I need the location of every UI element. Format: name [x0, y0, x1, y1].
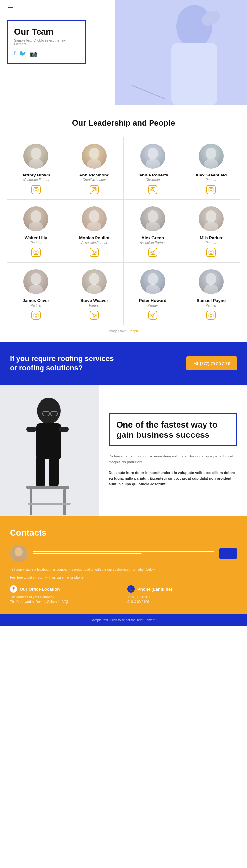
contacts-info-row: 📍 Our Office Location The address of you… [10, 585, 237, 604]
about-content: One of the fastest way to gain business … [99, 384, 247, 516]
instagram-button[interactable] [31, 185, 40, 194]
svg-point-43 [147, 210, 158, 222]
contacts-location-line2: The Courtyard at Dent 1, Colorado, VQL [10, 599, 119, 604]
team-card: Monica PouliotAssociate Partner [65, 200, 124, 262]
svg-rect-80 [36, 423, 61, 460]
member-role: Chairman [145, 178, 160, 182]
svg-point-65 [95, 314, 95, 314]
team-avatar [23, 144, 48, 168]
member-name: Samuel Payne [197, 298, 226, 303]
svg-point-47 [154, 251, 154, 251]
menu-icon[interactable]: ☰ [7, 6, 13, 14]
instagram-button[interactable] [89, 185, 99, 194]
svg-rect-21 [150, 187, 155, 192]
instagram-icon[interactable]: 📷 [30, 50, 37, 57]
svg-point-76 [210, 314, 213, 316]
team-card: Walter LillyPartner [7, 200, 65, 262]
member-role: Worldwide Partner [22, 178, 49, 182]
team-avatar [23, 269, 48, 294]
member-name: Jeffrey Brown [22, 173, 50, 178]
member-name: Jennie Roberts [137, 173, 168, 178]
member-role: Creative Leader [83, 178, 106, 182]
hero-title: Our Team [14, 27, 77, 37]
svg-point-93 [15, 547, 23, 556]
svg-point-59 [37, 314, 37, 314]
team-card: Alex GreenAssociate Partner [124, 200, 182, 262]
location-icon: 📍 [10, 585, 17, 593]
cta-button[interactable]: +1 (777) 787 87 78 [186, 356, 237, 370]
svg-point-31 [31, 210, 41, 222]
contacts-phone-col: 📞 Phone (Landline) +1 570 530 9716 910 X… [128, 585, 237, 604]
svg-point-77 [212, 314, 213, 314]
team-avatar [82, 207, 107, 231]
member-role: Associate Partner [81, 241, 107, 245]
svg-point-52 [210, 251, 213, 254]
cta-section: If you require roofing services or roofi… [0, 342, 247, 384]
leadership-title: Our Leadership and People [7, 118, 240, 127]
svg-rect-9 [34, 187, 38, 192]
instagram-button[interactable] [148, 248, 158, 257]
instagram-button[interactable] [207, 185, 216, 194]
instagram-button[interactable] [31, 248, 40, 257]
svg-rect-85 [63, 489, 66, 515]
phone-icon: 📞 [128, 585, 135, 593]
member-name: Peter Howard [139, 298, 167, 303]
instagram-button[interactable] [207, 311, 216, 320]
about-desc2: Duis aute irure dolor in reprehenderit i… [109, 470, 237, 488]
svg-rect-27 [209, 187, 213, 192]
svg-point-49 [206, 210, 216, 222]
svg-point-55 [31, 273, 41, 285]
team-avatar [199, 144, 224, 168]
twitter-icon[interactable]: 🐦 [19, 50, 26, 57]
instagram-button[interactable] [89, 248, 99, 257]
svg-rect-2 [171, 43, 217, 105]
contacts-location-col: 📍 Our Office Location The address of you… [10, 585, 119, 604]
instagram-button[interactable] [148, 311, 158, 320]
facebook-icon[interactable]: f [14, 50, 16, 57]
svg-rect-57 [34, 313, 38, 317]
instagram-button[interactable] [89, 311, 99, 320]
svg-point-70 [152, 314, 154, 316]
member-name: Walter Lilly [25, 235, 48, 240]
contacts-top [10, 545, 237, 562]
svg-point-13 [89, 148, 100, 159]
about-image-column [0, 384, 99, 516]
about-title-box: One of the fastest way to gain business … [109, 413, 237, 446]
svg-point-53 [212, 251, 213, 251]
svg-point-79 [37, 398, 61, 424]
member-role: Partner [89, 304, 100, 307]
contacts-title: Contacts [10, 528, 237, 538]
svg-point-17 [95, 188, 95, 189]
svg-rect-33 [34, 250, 38, 254]
svg-point-61 [89, 273, 100, 285]
team-avatar [140, 207, 165, 231]
instagram-button[interactable] [31, 311, 40, 320]
contacts-lines [33, 551, 214, 556]
svg-rect-88 [59, 427, 68, 432]
team-card: Peter HowardPartner [124, 262, 182, 326]
team-avatar [199, 269, 224, 294]
svg-rect-69 [150, 313, 155, 317]
instagram-button[interactable] [148, 185, 158, 194]
instagram-button[interactable] [207, 248, 216, 257]
member-name: Alex Greenfield [195, 173, 226, 178]
svg-point-16 [93, 189, 95, 191]
svg-rect-39 [92, 250, 97, 254]
freepik-link[interactable]: Freepik [128, 329, 139, 333]
team-grid: Jeffrey BrownWorldwide Partner Ann Richm… [7, 137, 240, 326]
member-name: Ann Richmond [79, 173, 109, 178]
leadership-section: Our Leadership and People Jeffrey BrownW… [0, 105, 247, 342]
hero-social: f 🐦 📷 [14, 50, 77, 57]
contacts-phone-line2: 910 X 00 0106 [128, 599, 237, 604]
svg-rect-45 [150, 250, 155, 254]
team-avatar [82, 144, 107, 168]
svg-point-25 [206, 148, 216, 159]
svg-rect-83 [26, 486, 69, 489]
about-desc1: Dictum sit amet justo donec enim diam vu… [109, 454, 237, 465]
contacts-phone-label: Phone (Landline) [137, 587, 172, 592]
team-card: Jeffrey BrownWorldwide Partner [7, 137, 65, 200]
member-name: James Oliver [23, 298, 49, 303]
contacts-line-2 [33, 554, 142, 554]
contacts-avatar [10, 545, 28, 562]
svg-rect-82 [49, 457, 59, 487]
